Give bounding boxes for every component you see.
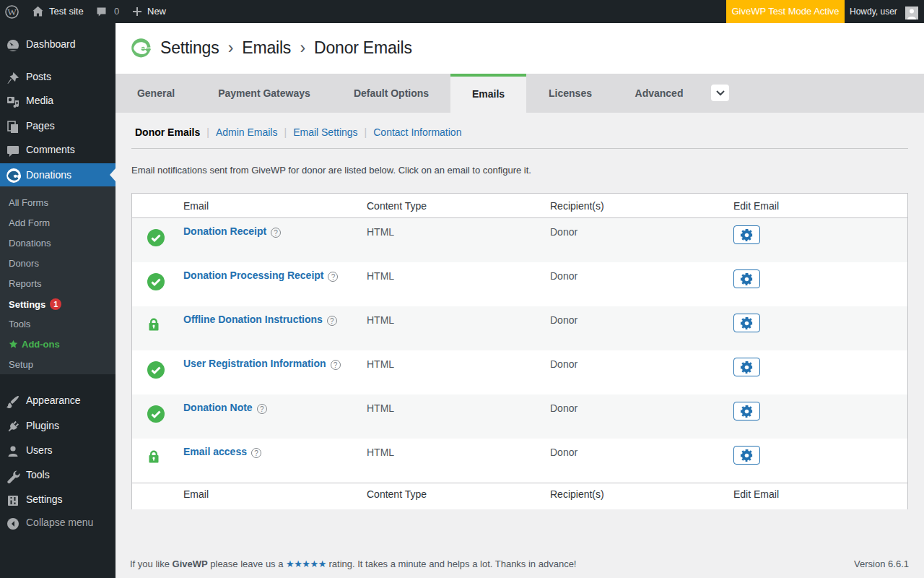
svg-text:W: W <box>7 7 17 17</box>
